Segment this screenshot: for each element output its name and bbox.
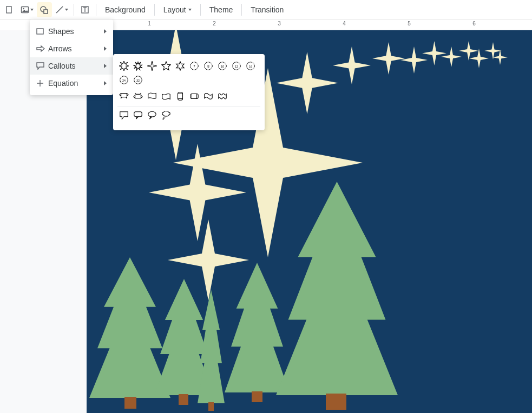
chevron-right-icon bbox=[104, 64, 107, 68]
layout-label: Layout bbox=[163, 5, 186, 14]
chevron-right-icon bbox=[104, 29, 107, 34]
ruler-label: 4 bbox=[343, 21, 346, 26]
svg-text:7: 7 bbox=[193, 64, 195, 68]
svg-rect-4 bbox=[44, 10, 48, 14]
star-shape[interactable] bbox=[372, 42, 405, 75]
shape-star12[interactable]: 12 bbox=[230, 59, 243, 72]
shape-scroll-vert[interactable] bbox=[174, 90, 187, 103]
menu-item-label: Shapes bbox=[48, 27, 104, 36]
line-tool[interactable] bbox=[53, 2, 70, 17]
chevron-right-icon bbox=[104, 81, 107, 85]
transition-button[interactable]: Transition bbox=[245, 2, 289, 17]
shape-speech-rect[interactable] bbox=[117, 109, 130, 122]
textbox-tool[interactable] bbox=[77, 2, 93, 17]
separator bbox=[200, 4, 201, 16]
ruler-label: 1 bbox=[148, 21, 151, 26]
callouts-submenu: 7 8 10 12 16 24 32 bbox=[113, 54, 265, 130]
separator bbox=[96, 4, 96, 16]
svg-text:12: 12 bbox=[235, 65, 238, 68]
svg-rect-9 bbox=[37, 29, 43, 34]
plus-icon bbox=[36, 79, 48, 87]
shape-star24[interactable]: 24 bbox=[117, 74, 130, 86]
tree-shape[interactable] bbox=[276, 182, 398, 395]
svg-rect-26 bbox=[134, 112, 142, 117]
star-shape[interactable] bbox=[492, 50, 508, 65]
menu-item-equation[interactable]: Equation bbox=[30, 75, 113, 92]
submenu-divider bbox=[117, 106, 260, 106]
menu-item-shapes[interactable]: Shapes bbox=[30, 23, 113, 40]
speech-bubble-icon bbox=[36, 62, 48, 70]
background-button[interactable]: Background bbox=[100, 2, 151, 17]
shape-wave[interactable] bbox=[202, 90, 215, 103]
shape-speech-oval[interactable] bbox=[146, 109, 159, 122]
svg-text:8: 8 bbox=[207, 64, 209, 68]
separator bbox=[241, 4, 242, 16]
caret-down-icon bbox=[30, 9, 34, 11]
svg-line-5 bbox=[56, 6, 63, 13]
svg-point-27 bbox=[148, 111, 156, 117]
shape-double-wave[interactable] bbox=[216, 90, 229, 103]
shape-speech-round[interactable] bbox=[132, 109, 145, 122]
shape-explosion1[interactable] bbox=[117, 59, 130, 72]
horizontal-ruler: 1 2 3 4 5 6 bbox=[87, 19, 532, 30]
tree-trunk[interactable] bbox=[179, 394, 188, 405]
svg-text:16: 16 bbox=[249, 65, 252, 68]
caret-down-icon bbox=[188, 9, 192, 11]
shape-star32[interactable]: 32 bbox=[132, 74, 145, 86]
image-tool[interactable] bbox=[18, 2, 36, 17]
tree-trunk[interactable] bbox=[252, 391, 262, 402]
shape-menu: Shapes Arrows Callouts Equation bbox=[30, 19, 113, 95]
chevron-right-icon bbox=[104, 46, 107, 51]
ruler-label: 3 bbox=[278, 21, 281, 26]
star-shape[interactable] bbox=[276, 52, 338, 114]
menu-item-label: Callouts bbox=[48, 62, 104, 70]
shape-star6[interactable] bbox=[174, 59, 187, 72]
shape-star16[interactable]: 16 bbox=[244, 59, 257, 72]
select-tool[interactable] bbox=[2, 2, 17, 17]
shape-star4[interactable] bbox=[146, 59, 159, 72]
shape-star10[interactable]: 10 bbox=[216, 59, 229, 72]
layout-button[interactable]: Layout bbox=[158, 2, 197, 17]
shape-tool[interactable] bbox=[37, 2, 52, 17]
shape-row-speech bbox=[117, 109, 260, 122]
svg-rect-25 bbox=[191, 94, 198, 99]
svg-rect-24 bbox=[178, 92, 183, 100]
shape-ribbon-up[interactable] bbox=[117, 90, 130, 103]
menu-item-callouts[interactable]: Callouts bbox=[30, 57, 113, 75]
toolbar: Background Layout Theme Transition bbox=[0, 0, 532, 19]
shape-speech-cloud[interactable] bbox=[160, 109, 173, 122]
arrow-right-icon bbox=[36, 45, 48, 52]
shape-ribbon-down[interactable] bbox=[132, 90, 145, 103]
shape-ribbon2-down[interactable] bbox=[160, 90, 173, 103]
shape-star8[interactable]: 8 bbox=[202, 59, 215, 72]
shape-scroll-horz[interactable] bbox=[188, 90, 201, 103]
caret-down-icon bbox=[65, 9, 68, 11]
svg-point-2 bbox=[23, 8, 24, 9]
star-shape[interactable] bbox=[333, 46, 371, 84]
shape-explosion2[interactable] bbox=[132, 59, 145, 72]
theme-button[interactable]: Theme bbox=[204, 2, 239, 17]
shape-row-ribbons bbox=[117, 90, 260, 103]
ruler-label: 5 bbox=[408, 21, 411, 26]
tree-trunk[interactable] bbox=[326, 394, 346, 410]
tree-shape[interactable] bbox=[198, 290, 225, 403]
svg-point-28 bbox=[163, 117, 165, 118]
svg-text:10: 10 bbox=[221, 65, 224, 68]
rectangle-icon bbox=[36, 28, 48, 35]
separator bbox=[74, 4, 74, 16]
svg-rect-0 bbox=[6, 6, 11, 13]
ruler-label: 2 bbox=[213, 21, 216, 26]
menu-item-arrows[interactable]: Arrows bbox=[30, 40, 113, 57]
shape-row-stars: 7 8 10 12 16 24 32 bbox=[117, 59, 260, 86]
svg-text:32: 32 bbox=[136, 79, 140, 82]
shape-star7[interactable]: 7 bbox=[188, 59, 201, 72]
svg-point-29 bbox=[163, 118, 164, 119]
shape-star5[interactable] bbox=[160, 59, 173, 72]
separator bbox=[154, 4, 155, 16]
tree-trunk[interactable] bbox=[208, 402, 214, 411]
shape-ribbon2-up[interactable] bbox=[146, 90, 159, 103]
tree-trunk[interactable] bbox=[124, 397, 136, 409]
menu-item-label: Equation bbox=[48, 79, 104, 88]
svg-text:24: 24 bbox=[122, 79, 126, 82]
menu-item-label: Arrows bbox=[48, 44, 104, 53]
